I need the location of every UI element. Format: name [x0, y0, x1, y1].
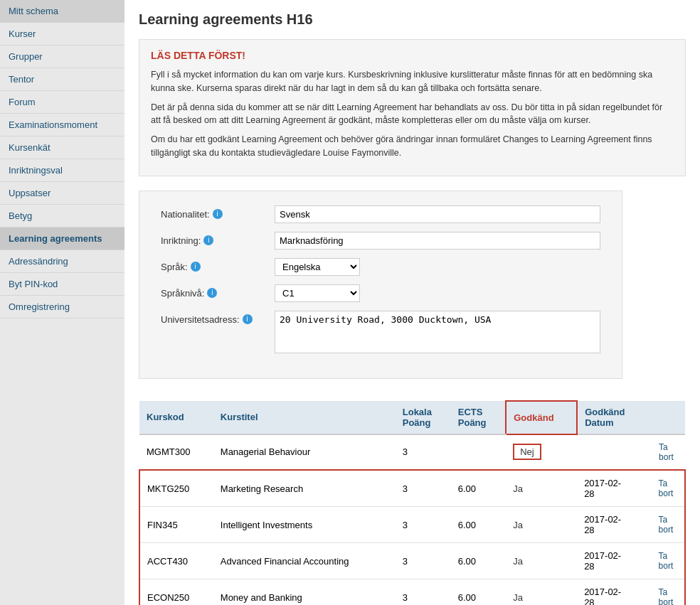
table-section: KurskodKurstitelLokalaPoängECTSPoängGodk…: [139, 400, 686, 606]
sidebar-item-grupper[interactable]: Grupper: [0, 45, 124, 68]
form-input-språknivå[interactable]: C1B2B1: [275, 284, 600, 302]
form-input-inriktning[interactable]: [275, 232, 600, 250]
tabort-link[interactable]: Tabort: [654, 587, 677, 605]
table-body: MGMT300Managerial Behaviour3NejTabortMKT…: [139, 434, 685, 606]
form-input-språk[interactable]: EngelskaSvenska: [275, 258, 600, 276]
cell-godkänd: Nej: [506, 434, 577, 471]
form-label-inriktning: Inriktning: i: [161, 232, 275, 246]
cell-datum: [577, 434, 647, 471]
info-icon-språknivå[interactable]: i: [207, 288, 217, 298]
sidebar-item-tentor[interactable]: Tentor: [0, 68, 124, 91]
th-ects-poäng: ECTSPoäng: [451, 401, 506, 434]
form-label-språknivå: Språknivå: i: [161, 284, 275, 299]
cell-godkänd: Ja: [506, 543, 577, 579]
sidebar-item-forum[interactable]: Forum: [0, 91, 124, 114]
table-row: MKTG250Marketing Research36.00Ja2017-02-…: [139, 470, 685, 507]
sidebar-item-examinationsmoment[interactable]: Examinationsmoment: [0, 114, 124, 136]
table-row: MGMT300Managerial Behaviour3NejTabort: [139, 434, 685, 471]
cell-godkänd: Ja: [506, 470, 577, 507]
cell-datum: 2017-02-28: [577, 543, 647, 579]
form-row-språknivå: Språknivå: iC1B2B1: [161, 284, 600, 302]
form-label-språk: Språk: i: [161, 258, 275, 272]
nej-badge: Nej: [513, 444, 541, 460]
th-godkänd-datum: GodkändDatum: [577, 401, 647, 434]
inriktning-field[interactable]: [275, 232, 600, 250]
cell-kurskod: MKTG250: [139, 470, 213, 507]
cell-kurstitel: Managerial Behaviour: [213, 434, 396, 471]
språk-select[interactable]: EngelskaSvenska: [275, 258, 360, 276]
form-row-språk: Språk: iEngelskaSvenska: [161, 258, 600, 276]
cell-tabort[interactable]: Tabort: [647, 470, 685, 507]
cell-lokala-poäng: 3: [396, 434, 451, 471]
th-godkänd: Godkänd: [506, 401, 577, 434]
th-action: [647, 401, 685, 434]
cell-ects-poäng: 6.00: [451, 507, 506, 543]
cell-datum: 2017-02-28: [577, 470, 647, 507]
sidebar-item-omregistrering[interactable]: Omregistrering: [0, 296, 124, 318]
nationalitet-field[interactable]: [275, 205, 600, 223]
form-row-inriktning: Inriktning: i: [161, 232, 600, 250]
form-row-nationalitet: Nationalitet: i: [161, 205, 600, 223]
cell-kurstitel: Intelligent Investments: [213, 507, 396, 543]
info-icon-nationalitet[interactable]: i: [213, 209, 223, 219]
sidebar-item-learning-agreements[interactable]: Learning agreements: [0, 227, 124, 250]
table-row: FIN345Intelligent Investments36.00Ja2017…: [139, 507, 685, 543]
sidebar-item-uppsatser[interactable]: Uppsatser: [0, 182, 124, 205]
cell-kurskod: ACCT430: [139, 543, 213, 579]
tabort-link[interactable]: Tabort: [654, 551, 677, 572]
cell-tabort[interactable]: Tabort: [647, 579, 685, 605]
cell-godkänd: Ja: [506, 507, 577, 543]
tabort-link[interactable]: Tabort: [654, 442, 678, 463]
sidebar-item-adressändring[interactable]: Adressändring: [0, 250, 124, 273]
cell-lokala-poäng: 3: [396, 579, 451, 605]
table-row: ACCT430Advanced Financial Accounting36.0…: [139, 543, 685, 579]
sidebar: Mitt schemaKurserGrupperTentorForumExami…: [0, 0, 124, 605]
tabort-link[interactable]: Tabort: [654, 478, 677, 499]
cell-kurstitel: Money and Banking: [213, 579, 396, 605]
sidebar-item-betyg[interactable]: Betyg: [0, 205, 124, 227]
info-box: LÄS DETTA FÖRST! Fyll i så mycket inform…: [139, 39, 686, 176]
cell-lokala-poäng: 3: [396, 543, 451, 579]
form-input-nationalitet[interactable]: [275, 205, 600, 223]
header-row: KurskodKurstitelLokalaPoängECTSPoängGodk…: [139, 401, 685, 434]
tabort-link[interactable]: Tabort: [654, 515, 677, 535]
form-label-nationalitet: Nationalitet: i: [161, 205, 275, 220]
sidebar-item-byt-pin-kod[interactable]: Byt PIN-kod: [0, 273, 124, 296]
info-paragraph-1: Fyll i så mycket information du kan om v…: [151, 68, 674, 95]
th-kurstitel: Kurstitel: [213, 401, 396, 434]
info-icon-universitetsadress[interactable]: i: [243, 314, 253, 324]
info-icon-inriktning[interactable]: i: [203, 235, 213, 245]
form-section: Nationalitet: iInriktning: iSpråk: iEnge…: [139, 191, 622, 379]
cell-kurskod: ECON250: [139, 579, 213, 605]
table-header: KurskodKurstitelLokalaPoängECTSPoängGodk…: [139, 401, 685, 434]
cell-tabort[interactable]: Tabort: [647, 507, 685, 543]
info-icon-språk[interactable]: i: [191, 262, 201, 272]
cell-lokala-poäng: 3: [396, 507, 451, 543]
cell-tabort[interactable]: Tabort: [647, 543, 685, 579]
info-paragraph-2: Det är på denna sida du kommer att se nä…: [151, 101, 674, 128]
cell-godkänd: Ja: [506, 579, 577, 605]
cell-kurskod: MGMT300: [139, 434, 213, 471]
cell-ects-poäng: [451, 434, 506, 471]
cell-kurstitel: Advanced Financial Accounting: [213, 543, 396, 579]
main-content: Learning agreements H16 LÄS DETTA FÖRST!…: [124, 0, 700, 605]
sidebar-item-kursenkät[interactable]: Kursenkät: [0, 136, 124, 159]
info-paragraph-3: Om du har ett godkänt Learning Agreement…: [151, 133, 674, 160]
sidebar-item-kurser[interactable]: Kurser: [0, 23, 124, 45]
universitetsadress-field[interactable]: 20 University Road, 3000 Ducktown, USA: [275, 311, 600, 353]
courses-table: KurskodKurstitelLokalaPoängECTSPoängGodk…: [139, 400, 686, 606]
cell-tabort[interactable]: Tabort: [647, 434, 685, 471]
cell-kurstitel: Marketing Research: [213, 470, 396, 507]
info-box-heading: LÄS DETTA FÖRST!: [151, 50, 674, 61]
språknivå-select[interactable]: C1B2B1: [275, 284, 360, 302]
th-kurskod: Kurskod: [139, 401, 213, 434]
cell-datum: 2017-02-28: [577, 507, 647, 543]
cell-ects-poäng: 6.00: [451, 579, 506, 605]
sidebar-item-inriktningsval[interactable]: Inriktningsval: [0, 159, 124, 182]
form-row-universitetsadress: Universitetsadress: i20 University Road,…: [161, 311, 600, 355]
sidebar-item-mitt-schema[interactable]: Mitt schema: [0, 0, 124, 23]
cell-datum: 2017-02-28: [577, 579, 647, 605]
form-label-universitetsadress: Universitetsadress: i: [161, 311, 275, 325]
form-input-universitetsadress[interactable]: 20 University Road, 3000 Ducktown, USA: [275, 311, 600, 355]
cell-lokala-poäng: 3: [396, 470, 451, 507]
